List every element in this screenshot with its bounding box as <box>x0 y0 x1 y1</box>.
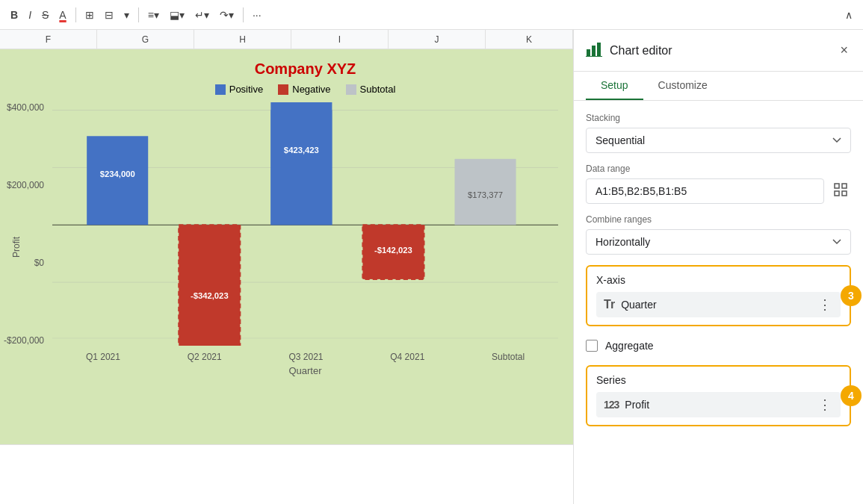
series-section-wrapper: Series 123 Profit ⋮ 4 <box>586 365 851 426</box>
aggregate-checkbox[interactable] <box>586 340 598 352</box>
wrap-button[interactable]: ↵▾ <box>192 7 212 22</box>
stacking-section: Stacking SequentialStandard100% <box>586 113 851 153</box>
combine-ranges-select[interactable]: HorizontallyVerticallyCross rows <box>586 229 851 255</box>
tab-setup[interactable]: Setup <box>586 72 643 100</box>
strikethrough-button[interactable]: S <box>39 7 52 22</box>
panel-tabs: Setup Customize <box>574 72 863 101</box>
chart-container: Profit Company XYZ Positive Negative Sub… <box>0 49 573 444</box>
x-label-q2: Q2 2021 <box>188 352 222 362</box>
col-header-f: F <box>0 30 97 49</box>
svg-rect-17 <box>842 184 847 188</box>
combine-ranges-section: Combine ranges HorizontallyVerticallyCro… <box>586 214 851 255</box>
x-axis-section: X-axis Tr Quarter ⋮ <box>586 265 851 326</box>
step-4-badge: 4 <box>841 385 862 406</box>
negative-swatch <box>278 84 288 95</box>
aggregate-row: Aggregate <box>586 337 851 355</box>
y-label-400k: $400,000 <box>7 102 44 113</box>
text-color-button[interactable]: A <box>56 7 69 22</box>
bold-button[interactable]: B <box>7 7 21 22</box>
x-label-q1: Q1 2021 <box>86 352 120 362</box>
legend-negative: Negative <box>278 84 330 95</box>
divider-3 <box>243 7 244 22</box>
chart-title: Company XYZ <box>52 60 558 78</box>
y-label-neg200k: -$200,000 <box>4 335 44 346</box>
legend-subtotal: Subtotal <box>346 84 396 95</box>
x-label-q4: Q4 2021 <box>390 352 424 362</box>
col-header-i: I <box>291 30 389 49</box>
svg-rect-16 <box>835 184 839 188</box>
data-range-row <box>586 178 851 204</box>
legend-positive: Positive <box>215 84 264 95</box>
bar-q2 <box>179 225 240 346</box>
legend-subtotal-label: Subtotal <box>360 84 396 95</box>
more-button[interactable]: ··· <box>250 7 265 22</box>
svg-text:-$142,023: -$142,023 <box>374 246 412 255</box>
svg-rect-12 <box>587 49 590 56</box>
svg-rect-19 <box>842 191 847 196</box>
svg-rect-14 <box>597 43 601 56</box>
toolbar: B I S A ⊞ ⊟ ▾ ≡▾ ⬓▾ ↵▾ ↷▾ ··· ∧ <box>0 0 863 30</box>
col-header-h: H <box>194 30 291 49</box>
panel-close-button[interactable]: × <box>837 40 851 61</box>
svg-text:$234,000: $234,000 <box>100 169 135 178</box>
svg-text:$423,423: $423,423 <box>284 146 319 155</box>
data-range-label: Data range <box>586 164 851 174</box>
chart-legend: Positive Negative Subtotal <box>52 84 558 95</box>
x-axis-item: Tr Quarter ⋮ <box>596 292 841 317</box>
panel-header: Chart editor × <box>574 30 863 72</box>
positive-swatch <box>215 84 226 95</box>
valign-button[interactable]: ⬓▾ <box>167 7 188 22</box>
column-headers: F G H I J K <box>0 30 573 49</box>
bar-q3-vis <box>270 111 332 225</box>
subtotal-swatch <box>346 84 356 95</box>
merge-dropdown[interactable]: ▾ <box>121 7 132 22</box>
chart-svg: $234,000 -$342,023 $423,423 <box>52 102 558 346</box>
legend-negative-label: Negative <box>292 84 330 95</box>
combine-ranges-label: Combine ranges <box>586 214 851 225</box>
x-axis-section-wrapper: X-axis Tr Quarter ⋮ 3 <box>586 265 851 326</box>
aggregate-label: Aggregate <box>605 340 654 352</box>
y-label-200k: $200,000 <box>7 180 44 190</box>
x-axis-section-title: X-axis <box>596 274 841 286</box>
align-button[interactable]: ≡▾ <box>145 7 162 22</box>
series-item-icon: 123 <box>604 399 619 411</box>
data-range-input[interactable] <box>586 178 824 204</box>
y-label-0: $0 <box>34 258 44 268</box>
chart-editor-icon <box>586 40 602 60</box>
rotate-button[interactable]: ↷▾ <box>217 7 237 22</box>
stacking-select[interactable]: SequentialStandard100% <box>586 128 851 153</box>
series-section-title: Series <box>596 374 841 386</box>
italic-button[interactable]: I <box>25 7 34 22</box>
data-range-section: Data range <box>586 164 851 204</box>
legend-positive-label: Positive <box>229 84 264 95</box>
step-3-badge: 3 <box>841 285 862 306</box>
chart-editor-panel: Chart editor × Setup Customize Stacking … <box>573 30 863 504</box>
borders-button[interactable]: ⊞ <box>82 7 97 22</box>
chart-inner: Profit Company XYZ Positive Negative Sub… <box>0 49 573 444</box>
col-header-k: K <box>486 30 573 49</box>
series-item-label: Profit <box>625 399 811 411</box>
svg-text:$173,377: $173,377 <box>468 190 503 199</box>
x-axis-item-menu-button[interactable]: ⋮ <box>817 296 833 313</box>
divider-1 <box>75 7 76 22</box>
x-axis-item-label: Quarter <box>621 299 811 311</box>
tab-customize[interactable]: Customize <box>643 72 723 100</box>
empty-rows <box>0 444 573 504</box>
bar-q1 <box>87 136 148 225</box>
series-item-menu-button[interactable]: ⋮ <box>817 396 833 413</box>
series-section: Series 123 Profit ⋮ <box>586 365 851 426</box>
svg-rect-18 <box>835 191 839 196</box>
spreadsheet-area: F G H I J K Profit Company XYZ Positive <box>0 30 573 504</box>
panel-content: Stacking SequentialStandard100% Data ran… <box>574 101 863 438</box>
data-range-grid-button[interactable] <box>830 179 851 204</box>
svg-text:-$342,023: -$342,023 <box>191 291 229 300</box>
col-header-g: G <box>97 30 194 49</box>
collapse-button[interactable]: ∧ <box>842 7 856 22</box>
merge-button[interactable]: ⊟ <box>102 7 117 22</box>
stacking-label: Stacking <box>586 113 851 123</box>
x-axis-title: Quarter <box>52 365 558 376</box>
x-label-q3: Q3 2021 <box>288 352 323 362</box>
col-header-j: J <box>389 30 486 49</box>
x-label-subtotal: Subtotal <box>492 352 525 362</box>
series-item: 123 Profit ⋮ <box>596 392 841 417</box>
